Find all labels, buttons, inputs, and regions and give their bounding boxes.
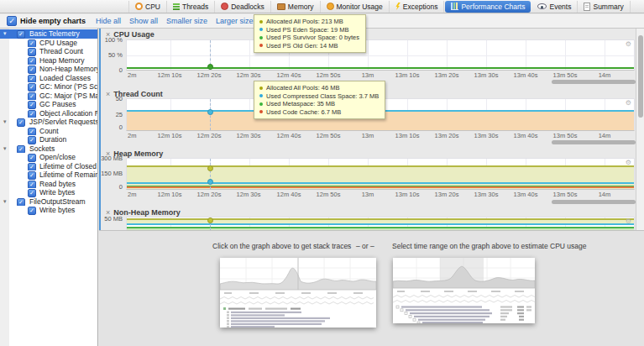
horizontal-scrollbar[interactable]: [552, 140, 636, 144]
heap-memory-plot[interactable]: [126, 158, 635, 190]
hide-empty-charts-checkbox[interactable]: [7, 16, 17, 26]
tree-checkbox[interactable]: [28, 128, 36, 136]
y-axis-label: 0: [99, 183, 123, 191]
tree-label: Read bytes: [39, 180, 76, 189]
tree-item-object-allocation[interactable]: Object Allocation Record: [0, 109, 97, 118]
exceptions-tab-icon: [395, 3, 401, 10]
heap-memory-tooltip: Allocated All Pools: 213 MB Used PS Eden…: [254, 14, 366, 53]
tree-item-lifetime-remaining[interactable]: Lifetime of Remaining O: [0, 170, 97, 180]
tree-item-heap-memory[interactable]: Heap Memory: [0, 56, 97, 66]
tab-memory[interactable]: Memory: [271, 1, 321, 13]
tree-checkbox[interactable]: [28, 110, 36, 118]
hide-all-link[interactable]: Hide all: [96, 17, 121, 25]
vertical-scrollbar[interactable]: [636, 29, 644, 230]
cpu-estimate-preview-image: [393, 258, 535, 323]
tree-checkbox[interactable]: [28, 189, 36, 197]
tab-events[interactable]: Events: [531, 1, 578, 13]
tree-checkbox[interactable]: [28, 83, 36, 92]
tree-expander-icon[interactable]: [3, 29, 7, 39]
gridline: [127, 55, 634, 56]
tree-label: Duration: [39, 135, 66, 144]
smaller-size-link[interactable]: Smaller size: [166, 17, 207, 25]
chart-settings-icon[interactable]: [626, 218, 631, 225]
tree-checkbox[interactable]: [28, 154, 36, 162]
tree-checkbox[interactable]: [17, 30, 25, 39]
legend-dot: [259, 102, 263, 106]
tree-checkbox[interactable]: [28, 207, 36, 215]
summary-tab-icon: [584, 3, 590, 11]
tab-performance-charts[interactable]: Performance Charts: [445, 1, 531, 13]
tree-checkbox[interactable]: [28, 136, 36, 144]
events-tab-icon: [537, 3, 547, 9]
tree-checkbox[interactable]: [28, 171, 36, 180]
tree-item-lifetime-closed[interactable]: Lifetime of Closed: [0, 162, 97, 171]
tree-checkbox[interactable]: [28, 181, 36, 189]
legend-dot: [259, 44, 263, 47]
tree-expander-icon[interactable]: [3, 197, 7, 207]
tooltip-line: Used PS Old Gen: 14 MB: [266, 42, 338, 50]
chart-settings-icon[interactable]: [626, 159, 631, 166]
tree-item-count[interactable]: Count: [0, 127, 97, 136]
show-all-link[interactable]: Show all: [129, 17, 158, 25]
vertical-scrollbar-thumb[interactable]: [638, 35, 643, 118]
tree-item-fos-write-bytes[interactable]: Write bytes: [0, 206, 97, 215]
tree-item-non-heap-memory[interactable]: Non-Heap Memory: [0, 65, 97, 74]
tree-expander-icon[interactable]: [3, 118, 7, 127]
tree-item-cpu-usage[interactable]: CPU Usage: [0, 39, 97, 48]
tree-item-read-bytes[interactable]: Read bytes: [0, 180, 97, 189]
tree-label: CPU Usage: [39, 39, 77, 48]
tree-group-jsp-servlet[interactable]: JSP/Servlet Requests: [0, 118, 97, 127]
tree-checkbox[interactable]: [17, 118, 25, 127]
non-heap-memory-plot[interactable]: [126, 217, 635, 230]
tree-label: Count: [39, 127, 59, 136]
tree-item-open-close[interactable]: Open/close: [0, 153, 97, 162]
tree-checkbox[interactable]: [28, 92, 36, 101]
tab-monitor-usage[interactable]: Monitor Usage: [321, 1, 390, 13]
horizontal-scrollbar[interactable]: [552, 80, 636, 84]
tree-checkbox[interactable]: [28, 66, 36, 74]
y-axis-label: 25: [99, 111, 123, 118]
tree-expander-icon[interactable]: [3, 144, 7, 154]
thread-marker-dot: [207, 109, 213, 115]
tab-cpu[interactable]: CPU: [128, 1, 167, 13]
tree-label: Write bytes: [39, 206, 75, 215]
tree-checkbox[interactable]: [28, 48, 36, 56]
stack-traces-preview-image: [220, 258, 376, 328]
tree-item-gc-minor[interactable]: GC: Minor ('PS Scavenge': [0, 82, 97, 92]
tree-item-duration[interactable]: Duration: [0, 135, 97, 144]
tree-item-loaded-classes[interactable]: Loaded Classes: [0, 74, 97, 83]
tab-exceptions[interactable]: Exceptions: [390, 1, 445, 13]
tree-group-fileoutputstream[interactable]: FileOutputStream: [0, 197, 97, 207]
tree-checkbox[interactable]: [17, 145, 25, 154]
tree-item-gc-pauses[interactable]: GC Pauses: [0, 100, 97, 109]
tab-deadlocks[interactable]: Deadlocks: [215, 1, 271, 13]
tree-group-sockets[interactable]: Sockets: [0, 144, 97, 154]
heap-memory-x-axis: 2m 12m 10s 12m 20s 12m 30s 12m 40s 12m 5…: [126, 191, 635, 198]
chart-settings-icon[interactable]: [626, 99, 631, 107]
tree-group-basic-telemetry[interactable]: Basic Telemetry: [0, 29, 97, 39]
tree-label: Loaded Classes: [39, 74, 91, 83]
tree-checkbox[interactable]: [17, 198, 25, 207]
cpu-estimate-hint: Select time range on the graph above to …: [392, 242, 587, 250]
tab-label: Exceptions: [403, 3, 438, 11]
horizontal-scrollbar[interactable]: [552, 200, 636, 204]
tab-summary[interactable]: Summary: [578, 1, 630, 13]
tree-checkbox[interactable]: [28, 75, 36, 83]
tree-checkbox[interactable]: [28, 101, 36, 109]
cpu-usage-plot[interactable]: [126, 39, 635, 71]
y-axis-label: 50 %: [99, 51, 123, 59]
heap-eden-marker-dot: [207, 179, 213, 185]
larger-size-link[interactable]: Larger size: [216, 17, 254, 25]
tab-threads[interactable]: Threads: [167, 1, 215, 13]
tree-label: Sockets: [29, 144, 55, 154]
tab-label: Monitor Usage: [337, 3, 383, 11]
tree-item-gc-major[interactable]: GC: Major ('PS MarkSwee: [0, 92, 97, 101]
tree-item-thread-count[interactable]: Thread Count: [0, 47, 97, 56]
chart-settings-icon[interactable]: [626, 40, 631, 48]
tree-checkbox[interactable]: [28, 39, 36, 48]
tab-label: Summary: [593, 3, 623, 11]
tree-checkbox[interactable]: [28, 163, 36, 171]
tree-checkbox[interactable]: [28, 57, 36, 66]
hide-empty-charts-label: Hide empty charts: [20, 17, 86, 25]
tree-item-write-bytes[interactable]: Write bytes: [0, 188, 97, 197]
